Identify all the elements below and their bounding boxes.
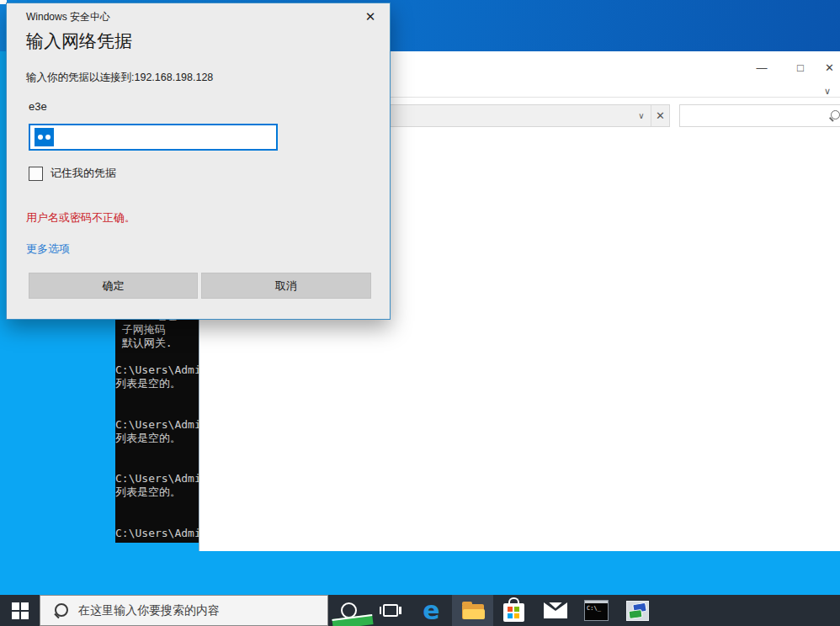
remember-credentials-label: 记住我的凭据 xyxy=(51,166,116,181)
taskbar-item-task-view[interactable] xyxy=(369,595,411,626)
cmd-output-line xyxy=(115,499,199,512)
start-button[interactable] xyxy=(0,595,40,626)
search-icon xyxy=(54,603,68,618)
cmd-output-line xyxy=(115,459,199,472)
password-field[interactable] xyxy=(29,124,278,151)
taskbar-item-store[interactable] xyxy=(493,595,534,626)
command-prompt-icon: C:\_ xyxy=(584,600,609,621)
cmd-output-line: C:\Users\Admi xyxy=(115,527,199,540)
explorer-search-input[interactable] xyxy=(679,104,840,127)
cmd-output-line xyxy=(115,405,199,418)
address-clear-icon[interactable]: ✕ xyxy=(651,105,669,126)
password-selected-text xyxy=(35,128,54,146)
username-value[interactable]: e3e xyxy=(29,100,47,113)
remember-credentials-checkbox[interactable] xyxy=(29,167,43,181)
close-button[interactable]: ✕ xyxy=(820,56,840,78)
taskbar-item-mail[interactable] xyxy=(534,595,576,626)
desktop: IPv4 地址 子网掩码 默认网关.C:\Users\Admi列表是空的。C:\… xyxy=(0,0,840,626)
cmd-output-line: 子网掩码 xyxy=(115,323,199,337)
command-prompt-window[interactable]: IPv4 地址 子网掩码 默认网关.C:\Users\Admi列表是空的。C:\… xyxy=(115,286,199,543)
cmd-output-line xyxy=(115,512,199,526)
taskbar-item-network-app[interactable] xyxy=(617,595,658,626)
ok-button[interactable]: 确定 xyxy=(29,273,198,299)
dialog-buttons: 确定 取消 xyxy=(29,273,371,299)
cmd-output-line xyxy=(115,350,199,363)
cmd-output-line: 默认网关. xyxy=(115,337,199,350)
taskbar: 在这里输入你要搜索的内容 e C:\_ xyxy=(0,595,840,626)
microsoft-store-icon xyxy=(503,603,524,622)
cancel-button[interactable]: 取消 xyxy=(201,273,371,299)
edge-icon: e xyxy=(423,598,439,623)
dialog-prompt-text: 输入你的凭据以连接到:192.168.198.128 xyxy=(26,71,213,85)
taskbar-item-command-prompt[interactable]: C:\_ xyxy=(576,595,617,626)
task-view-icon xyxy=(383,604,398,617)
more-options-link[interactable]: 更多选项 xyxy=(26,241,70,257)
dialog-title: Windows 安全中心 xyxy=(26,10,110,24)
cmd-output-line: 列表是空的。 xyxy=(115,485,199,499)
taskbar-item-file-explorer[interactable] xyxy=(452,595,493,626)
cmd-output-line: C:\Users\Admi xyxy=(115,418,199,432)
mail-icon xyxy=(544,602,567,618)
dialog-heading: 输入网络凭据 xyxy=(26,29,132,53)
windows-logo-icon xyxy=(12,602,29,619)
address-dropdown-icon[interactable]: ∨ xyxy=(632,105,651,126)
file-explorer-icon xyxy=(460,601,486,621)
error-message: 用户名或密码不正确。 xyxy=(26,210,136,225)
remember-credentials-row: 记住我的凭据 xyxy=(29,166,116,181)
cmd-output-line: C:\Users\Admi xyxy=(115,472,199,485)
minimize-button[interactable]: — xyxy=(742,56,781,78)
search-icon[interactable] xyxy=(829,110,840,121)
network-connections-icon xyxy=(626,601,649,621)
taskbar-item-edge[interactable]: e xyxy=(411,595,452,626)
command-prompt-output: IPv4 地址 子网掩码 默认网关.C:\Users\Admi列表是空的。C:\… xyxy=(115,310,199,540)
credential-dialog: Windows 安全中心 ✕ 输入网络凭据 输入你的凭据以连接到:192.168… xyxy=(6,3,391,320)
dialog-close-icon[interactable]: ✕ xyxy=(359,7,381,27)
cmd-output-line xyxy=(115,445,199,459)
taskbar-search-input[interactable]: 在这里输入你要搜索的内容 xyxy=(40,595,328,626)
cmd-output-line: 列表是空的。 xyxy=(115,377,199,390)
taskbar-search-placeholder: 在这里输入你要搜索的内容 xyxy=(78,603,220,618)
maximize-button[interactable]: □ xyxy=(781,56,820,78)
cmd-output-line: 列表是空的。 xyxy=(115,432,199,445)
cmd-output-line xyxy=(115,391,199,405)
cmd-output-line: C:\Users\Admi xyxy=(115,363,199,377)
window-controls: — □ ✕ xyxy=(742,56,840,78)
